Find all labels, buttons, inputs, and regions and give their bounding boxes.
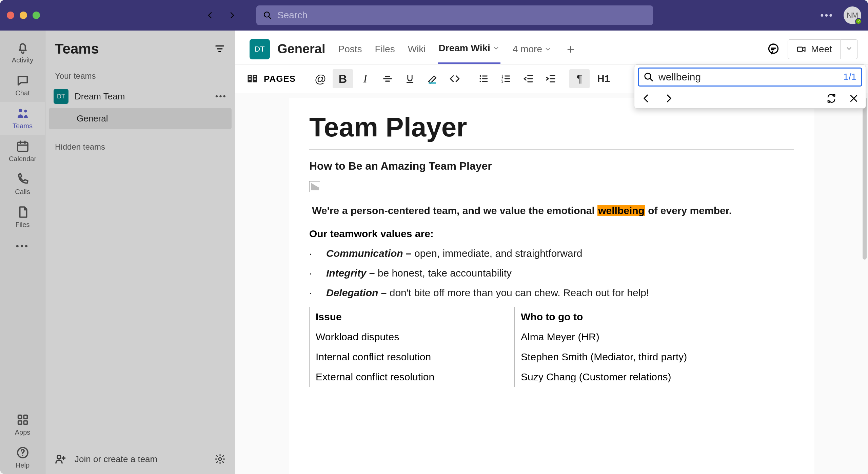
rail-help[interactable]: Help: [0, 441, 45, 474]
svg-rect-5: [24, 415, 27, 419]
rail-label: Activity: [12, 56, 33, 64]
hidden-teams-label[interactable]: Hidden teams: [45, 136, 235, 156]
presence-indicator: [855, 18, 862, 25]
numbered-list-button[interactable]: 123: [496, 69, 516, 88]
channel-header: DT General Posts Files Wiki Dream Wiki 4…: [235, 31, 868, 64]
maximize-window-icon[interactable]: [33, 12, 40, 19]
highlight-button[interactable]: [422, 69, 442, 88]
outdent-button[interactable]: [518, 69, 538, 88]
chat-icon: [16, 74, 29, 87]
svg-point-14: [480, 75, 481, 77]
rail-apps[interactable]: Apps: [0, 408, 45, 441]
close-window-icon[interactable]: [7, 12, 14, 19]
more-options-icon[interactable]: •••: [821, 10, 833, 21]
rail-activity[interactable]: Activity: [0, 36, 45, 69]
svg-point-1: [19, 109, 22, 112]
scrollbar-thumb[interactable]: [863, 97, 867, 260]
strikethrough-button[interactable]: [377, 69, 398, 88]
bold-button[interactable]: B: [333, 69, 353, 88]
tab-posts[interactable]: Posts: [338, 34, 363, 64]
rail-chat[interactable]: Chat: [0, 69, 45, 102]
global-search[interactable]: Search: [256, 5, 653, 25]
page-subtitle[interactable]: How to Be an Amazing Team Player: [309, 160, 794, 172]
bullet-list-button[interactable]: [473, 69, 494, 88]
tab-wiki[interactable]: Wiki: [407, 34, 427, 64]
channel-general[interactable]: General: [49, 108, 232, 129]
search-highlight: wellbeing: [597, 205, 645, 216]
file-icon: [16, 205, 29, 219]
find-prev-icon[interactable]: [641, 93, 651, 103]
italic-button[interactable]: I: [355, 69, 375, 88]
table-row[interactable]: External conflict resolutionSuzy Chang (…: [310, 367, 794, 387]
team-more-icon[interactable]: •••: [215, 92, 227, 101]
forward-icon[interactable]: [228, 9, 236, 22]
svg-rect-4: [18, 415, 21, 419]
rail-teams[interactable]: Teams: [0, 102, 45, 135]
table-cell: Workload disputes: [310, 327, 515, 347]
tab-more[interactable]: 4 more: [512, 34, 552, 64]
svg-point-16: [480, 81, 481, 82]
filter-icon[interactable]: [214, 43, 225, 55]
channel-title: General: [277, 42, 326, 56]
settings-icon[interactable]: [215, 454, 225, 464]
value-desc: open, immediate, and straightforward: [414, 248, 582, 259]
svg-rect-13: [429, 82, 436, 84]
chevron-down-icon[interactable]: [492, 44, 500, 52]
find-input[interactable]: [658, 71, 839, 83]
svg-point-15: [480, 78, 481, 79]
rail-label: Apps: [15, 429, 31, 436]
meet-button[interactable]: Meet: [788, 39, 841, 59]
content-area: DT General Posts Files Wiki Dream Wiki 4…: [235, 31, 868, 474]
find-input-container[interactable]: 1/1: [638, 68, 862, 87]
minimize-window-icon[interactable]: [20, 12, 27, 19]
value-item[interactable]: ·Delegation – don't bite off more than y…: [309, 287, 794, 299]
table-cell: Stephen Smith (Mediator, third party): [515, 347, 794, 367]
values-list[interactable]: ·Communication – open, immediate, and st…: [309, 248, 794, 299]
table-row[interactable]: Internal conflict resolutionStephen Smit…: [310, 347, 794, 367]
rail-calendar[interactable]: Calendar: [0, 135, 45, 168]
app-window: Search ••• NM Activity Chat Teams: [0, 0, 868, 474]
rail-label: Help: [16, 461, 29, 469]
values-heading[interactable]: Our teamwork values are:: [309, 228, 794, 240]
intro-sentence[interactable]: We're a person-centered team, and we val…: [309, 204, 794, 218]
conversation-icon[interactable]: [767, 43, 780, 55]
mention-button[interactable]: @: [310, 69, 331, 88]
team-name: Dream Team: [75, 91, 125, 102]
pages-button[interactable]: PAGES: [244, 69, 302, 88]
table-row[interactable]: Workload disputesAlma Meyer (HR): [310, 327, 794, 347]
page-title[interactable]: Team Player: [309, 112, 794, 150]
teams-panel: Teams Your teams DT Dream Team ••• Gener…: [45, 31, 235, 474]
tab-dream-wiki[interactable]: Dream Wiki: [438, 34, 500, 64]
indent-button[interactable]: [540, 69, 561, 88]
rail-more[interactable]: •••: [0, 233, 45, 259]
tab-files[interactable]: Files: [374, 34, 396, 64]
add-tab-button[interactable]: ＋: [564, 34, 577, 64]
code-button[interactable]: [445, 69, 465, 88]
meet-dropdown[interactable]: [841, 39, 858, 59]
rail-calls[interactable]: Calls: [0, 168, 45, 201]
channel-label: General: [77, 113, 108, 124]
team-badge: DT: [54, 89, 68, 104]
wiki-toolbar: PAGES @ B I 123 ¶ H1: [235, 64, 868, 93]
svg-text:3: 3: [501, 79, 504, 83]
back-icon[interactable]: [206, 9, 214, 22]
find-count: 1/1: [843, 72, 856, 82]
user-avatar[interactable]: NM: [844, 6, 861, 24]
find-replace-icon[interactable]: [826, 93, 836, 103]
rail-label: Calendar: [9, 155, 36, 163]
close-find-icon[interactable]: [849, 93, 859, 103]
contacts-table[interactable]: Issue Who to go to Workload disputesAlma…: [309, 307, 794, 387]
rail-files[interactable]: Files: [0, 201, 45, 233]
calendar-icon: [16, 139, 29, 153]
join-create-label[interactable]: Join or create a team: [75, 454, 157, 464]
team-row[interactable]: DT Dream Team •••: [45, 85, 235, 108]
wiki-page[interactable]: Team Player How to Be an Amazing Team Pl…: [289, 98, 814, 474]
value-item[interactable]: ·Integrity – be honest, take accountabil…: [309, 267, 794, 279]
join-create-icon: [55, 453, 67, 465]
heading-button[interactable]: H1: [592, 69, 615, 88]
paragraph-button[interactable]: ¶: [569, 69, 590, 88]
underline-button[interactable]: [400, 69, 420, 88]
find-next-icon[interactable]: [664, 93, 674, 103]
wiki-scroll-area[interactable]: Team Player How to Be an Amazing Team Pl…: [235, 93, 868, 474]
value-item[interactable]: ·Communication – open, immediate, and st…: [309, 248, 794, 259]
